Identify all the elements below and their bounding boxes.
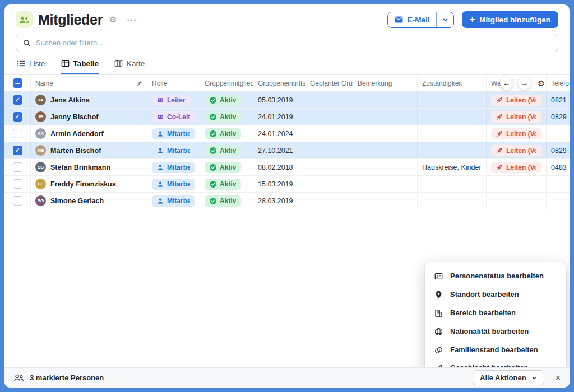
- status-badge: Aktiv: [205, 162, 241, 173]
- member-name: Marten Bischof: [50, 147, 101, 155]
- table-row[interactable]: JAJens Atkins Leiter Aktiv 05.03.2019 Le…: [4, 92, 570, 109]
- row-checkbox[interactable]: [13, 129, 22, 138]
- pin-icon[interactable]: [136, 80, 142, 87]
- note: [353, 176, 418, 192]
- note: [353, 92, 418, 108]
- status-badge: Aktiv: [205, 195, 241, 207]
- note: [353, 159, 418, 175]
- row-checkbox[interactable]: [13, 112, 22, 122]
- search-icon: [23, 39, 31, 47]
- all-actions-button[interactable]: Alle Aktionen: [473, 370, 544, 385]
- row-checkbox[interactable]: [13, 162, 22, 172]
- table-row[interactable]: MBMarten Bischof Mitarbeiter Aktiv 27.10…: [4, 142, 570, 159]
- check-circle-icon: [210, 198, 216, 204]
- growth-badge: Leiten (Vorstand: [491, 111, 541, 123]
- column-header-name[interactable]: Name: [31, 75, 147, 91]
- person-icon: [157, 164, 164, 171]
- email-button-label: E-Mail: [408, 16, 430, 24]
- column-header-role[interactable]: Rolle: [147, 75, 200, 91]
- email-split-button[interactable]: E-Mail: [387, 12, 454, 28]
- menu-item-geschlecht[interactable]: Geschlecht bearbeiten: [425, 359, 566, 367]
- check-circle-icon: [210, 147, 216, 154]
- row-checkbox[interactable]: [13, 146, 22, 155]
- table-row[interactable]: SBStefan Brinkmann Mitarbeiter Aktiv 08.…: [4, 159, 570, 176]
- status-badge: Aktiv: [205, 128, 241, 139]
- globe-icon: [434, 328, 443, 336]
- member-name: Armin Adendorf: [50, 130, 104, 138]
- role-badge: Mitarbeiter: [152, 195, 195, 207]
- status-badge: Aktiv: [205, 95, 241, 106]
- planned-exit: [305, 142, 353, 158]
- phone: [547, 193, 570, 209]
- menu-item-nationalitaet[interactable]: Nationalität bearbeiten: [425, 323, 566, 341]
- phone: [547, 125, 570, 142]
- page-title: Mitglieder: [38, 12, 103, 28]
- column-header-note[interactable]: Bemerkung: [353, 75, 418, 91]
- member-name: Jens Atkins: [50, 96, 90, 104]
- id-card-icon: [157, 97, 164, 104]
- menu-item-bereich[interactable]: Bereich bearbeiten: [425, 304, 566, 323]
- person-icon: [157, 147, 164, 154]
- phone: 0483: [547, 159, 570, 175]
- planned-exit: [305, 92, 353, 108]
- member-name: Jenny Bischof: [50, 113, 98, 121]
- column-header-phone[interactable]: Telefon: [547, 75, 570, 91]
- avatar: AA: [35, 128, 46, 139]
- row-checkbox[interactable]: [13, 179, 22, 189]
- rocket-icon: [496, 164, 503, 171]
- menu-item-familienstand[interactable]: Familienstand bearbeiten: [425, 341, 566, 360]
- menu-item-standort[interactable]: Standort bearbeiten: [425, 286, 566, 304]
- select-all-checkbox[interactable]: [13, 78, 22, 88]
- table-icon: [61, 59, 70, 68]
- table-row[interactable]: AAArmin Adendorf Mitarbeiter Aktiv 24.01…: [4, 125, 570, 142]
- close-selection-icon[interactable]: ×: [556, 374, 561, 382]
- planned-exit: [305, 159, 353, 175]
- scroll-columns-right-button[interactable]: →: [518, 77, 531, 90]
- tab-karte-label: Karte: [127, 59, 145, 68]
- search-input[interactable]: [36, 39, 551, 47]
- row-checkbox[interactable]: [13, 196, 22, 206]
- row-checkbox[interactable]: [13, 95, 22, 105]
- email-dropdown-caret[interactable]: [437, 12, 453, 27]
- planned-exit: [305, 193, 353, 209]
- planned-exit: [305, 109, 353, 125]
- avatar: JB: [35, 111, 46, 122]
- search-bar[interactable]: [16, 34, 558, 52]
- tab-liste[interactable]: Liste: [17, 59, 45, 74]
- scroll-columns-left-button[interactable]: ←: [500, 77, 513, 90]
- page-settings-gear-icon[interactable]: ⚙: [109, 15, 117, 25]
- avatar: JA: [35, 95, 46, 105]
- role-badge: Mitarbeiter: [152, 128, 195, 139]
- column-settings-gear-icon[interactable]: ⚙: [538, 79, 545, 88]
- check-circle-icon: [210, 164, 216, 171]
- note: [353, 193, 418, 209]
- rocket-icon: [496, 130, 503, 137]
- table-row[interactable]: SGSimone Gerlach Mitarbeiter Aktiv 28.03…: [4, 193, 570, 209]
- tab-tabelle[interactable]: Tabelle: [61, 59, 99, 74]
- bulk-edit-context-menu: Personenstatus bearbeiten Standort bearb…: [425, 262, 566, 367]
- menu-item-personenstatus[interactable]: Personenstatus bearbeiten: [425, 267, 566, 286]
- table-body: JAJens Atkins Leiter Aktiv 05.03.2019 Le…: [4, 92, 570, 209]
- tab-karte[interactable]: Karte: [114, 59, 145, 74]
- add-member-button[interactable]: + Mitglied hinzufügen: [462, 11, 558, 28]
- note: [353, 109, 418, 125]
- more-options-icon[interactable]: ···: [127, 15, 137, 25]
- table-row[interactable]: FFFreddy Finanziskus Mitarbeiter Aktiv 1…: [4, 176, 570, 193]
- table-row[interactable]: JBJenny Bischof Co-Leiter Aktiv 24.01.20…: [4, 109, 570, 125]
- column-header-membership-status[interactable]: Gruppenmitglieds: [200, 75, 253, 91]
- view-tabs: Liste Tabelle Karte: [4, 52, 570, 74]
- group-icon: [16, 11, 33, 28]
- rocket-icon: [496, 114, 503, 120]
- column-header-join-date[interactable]: Gruppeneintritts: [253, 75, 305, 91]
- gender-icon: [434, 364, 443, 367]
- phone: [547, 176, 570, 192]
- check-circle-icon: [210, 181, 216, 188]
- check-circle-icon: [210, 97, 216, 104]
- responsibility: [418, 176, 487, 192]
- column-header-planned-exit[interactable]: Geplanter Gru: [305, 75, 353, 91]
- planned-exit: [305, 176, 353, 192]
- selection-count-text: 3 markierte Personen: [30, 374, 104, 382]
- tab-tabelle-label: Tabelle: [73, 59, 99, 68]
- building-icon: [434, 309, 443, 318]
- column-header-responsibility[interactable]: Zuständigkeit: [418, 75, 487, 91]
